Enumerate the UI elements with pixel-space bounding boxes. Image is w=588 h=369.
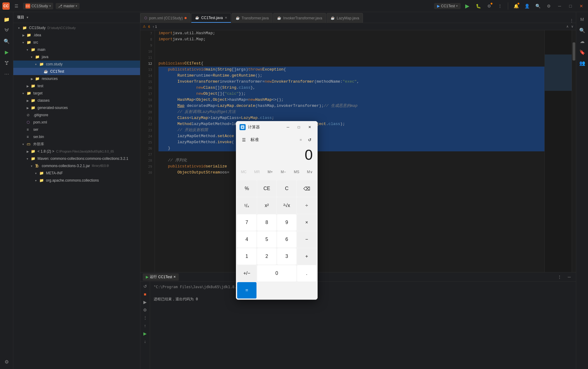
more-options-button[interactable]: ⋮ (496, 2, 504, 10)
debug-button[interactable]: 🐛 (474, 2, 482, 10)
tab-pom-xml[interactable]: ⬡ pom.xml (CC1Study) (140, 13, 191, 23)
sidebar-icon-search[interactable]: 🔍 (2, 36, 11, 46)
expand-icon[interactable]: ∧ (566, 25, 569, 28)
calc-c-button[interactable]: C (277, 180, 296, 197)
tree-src[interactable]: ▾ 📁 src (13, 39, 140, 46)
calc-mr-button[interactable]: MR (250, 167, 264, 177)
calc-mv-button[interactable]: M∨ (303, 167, 316, 177)
tree-resources[interactable]: ▶ 📁 resources (13, 75, 140, 82)
calc-decimal-button[interactable]: . (297, 265, 316, 282)
tree-cc1test[interactable]: ☕ CC1Test (13, 68, 140, 75)
right-icon-bookmark[interactable]: 🔖 (577, 47, 587, 57)
sidebar-icon-git[interactable] (2, 25, 11, 35)
calc-backspace-button[interactable]: ⌫ (297, 180, 316, 197)
tree-main[interactable]: ▾ 📁 main (13, 46, 140, 53)
calc-mminus-button[interactable]: M− (277, 167, 290, 177)
calc-4-button[interactable]: 4 (237, 231, 256, 248)
sidebar-icon-settings[interactable]: ⚙ (2, 357, 11, 367)
tree-jdk[interactable]: ▶ 📁 < 1.8 (2) > C:\Program Files\Java\jd… (13, 148, 140, 155)
scroll-up-button[interactable]: ↑ (142, 322, 149, 329)
play-output-button[interactable]: ▶ (142, 330, 149, 337)
calc-equals-button[interactable]: = (237, 282, 256, 298)
calc-ce-button[interactable]: CE (257, 180, 276, 197)
tree-generated-sources[interactable]: ▶ 📁 generated-sources (13, 104, 140, 111)
minimize-button[interactable]: ─ (555, 2, 564, 10)
code-content[interactable]: import java.util.HashMap; import java.ut… (155, 30, 544, 272)
tree-org-apache[interactable]: ▾ 📁 org.apache.commons.collections (13, 177, 140, 184)
tree-test[interactable]: ▶ 📁 test (13, 82, 140, 90)
calc-menu-button[interactable]: ☰ (240, 136, 248, 144)
search-icon[interactable]: 🔍 (534, 2, 542, 10)
right-icon-ai[interactable]: M (577, 15, 587, 24)
bottom-tab-run[interactable]: ▶ 运行 CC1Test ✕ (143, 273, 179, 281)
calc-2-button[interactable]: 2 (257, 248, 276, 265)
run-config-selector[interactable]: ▶ CC1Test ▾ (434, 3, 461, 9)
collapse-icon[interactable]: ∨ (571, 25, 573, 28)
calc-0-button[interactable]: 0 (257, 265, 296, 282)
sidebar-icon-run[interactable]: ▶ (2, 47, 11, 57)
editor-scrollbar[interactable] (572, 30, 576, 272)
run-tab-close[interactable]: ✕ (173, 275, 176, 278)
right-icon-people[interactable]: 👥 (577, 58, 587, 68)
calc-5-button[interactable]: 5 (257, 231, 276, 248)
tree-root[interactable]: ▾ 📁 CC1Study D:\study\CC1Study (13, 24, 140, 31)
bottom-close-button[interactable]: ─ (565, 273, 573, 281)
calc-divide-button[interactable]: ÷ (297, 197, 316, 214)
stop-button[interactable]: ■ (142, 291, 149, 298)
run-output[interactable]: "C:\Program Files\Java\jdk8u65\jdk1.8.0_… (150, 282, 576, 369)
tree-java[interactable]: ▾ 📁 java (13, 53, 140, 61)
tab-invoker-transformer[interactable]: ☕ InvokerTransformer.java (273, 13, 326, 23)
tab-cc1test-java[interactable]: ☕ CC1Test.java ✕ (191, 13, 231, 23)
ide-settings-icon[interactable]: ⚙ (544, 2, 553, 10)
tree-ser[interactable]: ≡ ser (13, 126, 140, 133)
bottom-more-button[interactable]: ⋮ (555, 273, 564, 281)
settings-run-button[interactable]: ⚙ (142, 306, 149, 314)
tree-com-study[interactable]: ▾ 📁 com.study (13, 61, 140, 68)
cc1test-tab-close[interactable]: ✕ (225, 16, 227, 19)
calc-minimize-button[interactable]: ─ (284, 124, 292, 131)
rerun-button[interactable]: ↺ (142, 283, 149, 290)
project-selector[interactable]: CC CC1Study ▾ (23, 3, 53, 9)
calc-percent-button[interactable]: % (237, 180, 256, 197)
run-button[interactable]: ▶ (463, 2, 472, 10)
resume-button[interactable]: ▶ (142, 298, 149, 306)
calc-close-button[interactable]: ✕ (305, 124, 314, 131)
calc-6-button[interactable]: 6 (277, 231, 296, 248)
calc-ms-button[interactable]: MS (290, 167, 303, 177)
branch-selector[interactable]: ⎇ master ▾ (56, 3, 80, 9)
tab-transformer-java[interactable]: ☕ Transformer.java (232, 13, 273, 23)
tree-idea[interactable]: ▶ 📁 .idea (13, 31, 140, 39)
calc-reciprocal-button[interactable]: ¹/ₓ (237, 197, 256, 214)
run-more-button[interactable]: ⋮ (142, 314, 149, 321)
close-button[interactable]: ✕ (577, 2, 586, 10)
menu-icon[interactable]: ☰ (12, 2, 21, 10)
calc-mc-button[interactable]: MC (237, 167, 250, 177)
tree-maven-commons[interactable]: ▾ 📁 Maven: commons-collections:commons-c… (13, 155, 140, 162)
scrollbar-thumb[interactable] (573, 42, 575, 61)
sidebar-icon-project[interactable]: 📁 (2, 15, 11, 24)
tree-external-libs[interactable]: ▾ 🗃 外部库 (13, 140, 140, 148)
tab-lazy-map[interactable]: ☕ LazyMap.java (327, 13, 363, 23)
tree-target[interactable]: ▾ 📁 target (13, 90, 140, 97)
sidebar-icon-structure[interactable] (2, 58, 11, 68)
scroll-down-button[interactable]: ↓ (142, 338, 149, 345)
sidebar-icon-more[interactable]: ⋯ (2, 69, 11, 79)
notifications-icon[interactable]: 🔔 (512, 2, 520, 10)
calc-8-button[interactable]: 8 (257, 214, 276, 231)
calc-negate-button[interactable]: +/− (237, 265, 256, 282)
settings-button[interactable]: ⚙ (485, 2, 493, 10)
maximize-button[interactable]: □ (566, 2, 575, 10)
calc-history-button[interactable]: ↺ (305, 136, 314, 144)
right-icon-search[interactable]: 🔍 (577, 25, 587, 35)
tabs-more-button[interactable]: ⋮ (567, 18, 576, 23)
right-icon-cloud[interactable]: ☁ (577, 36, 587, 46)
calc-7-button[interactable]: 7 (237, 214, 256, 231)
calc-multiply-button[interactable]: × (297, 214, 316, 231)
calc-9-button[interactable]: 9 (277, 214, 296, 231)
calc-3-button[interactable]: 3 (277, 248, 296, 265)
calc-square-button[interactable]: x² (257, 197, 276, 214)
calc-1-button[interactable]: 1 (237, 248, 256, 265)
tree-meta-inf[interactable]: ▾ 📁 META-INF (13, 170, 140, 177)
calc-maximize-button[interactable]: □ (295, 124, 303, 131)
calc-plus-button[interactable]: + (297, 248, 316, 265)
